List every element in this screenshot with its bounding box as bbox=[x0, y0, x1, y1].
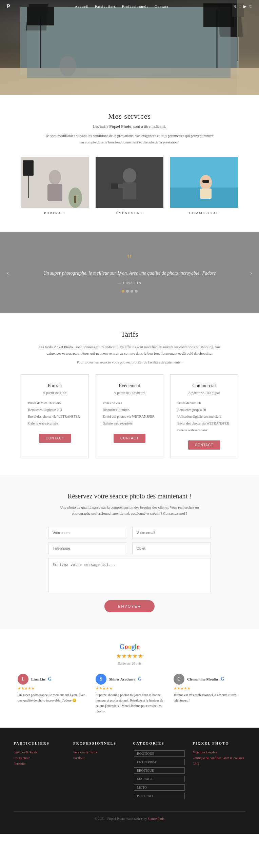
dot-2[interactable] bbox=[126, 290, 129, 293]
footer-tags: BOUTIQUE ENTREPRISE ÉROTIQUE MARIAGE MOT… bbox=[133, 750, 186, 799]
tarif-evenement-contact-btn[interactable]: CONTACT bbox=[114, 434, 146, 443]
tarif-card-portrait: Portrait A partir de 150€ Prises de vues… bbox=[21, 374, 89, 458]
review-avatar-1: L Lina Lin G bbox=[18, 674, 85, 685]
svg-rect-25 bbox=[200, 189, 212, 199]
services-subtitle: Les tarifs Piqxel Photo, sont à titre in… bbox=[20, 124, 239, 129]
tarif-portrait-features: Prises de vues 1h studio Retouches 10 ph… bbox=[28, 400, 82, 427]
reviewer-name-2: Shines Academy bbox=[109, 677, 135, 681]
payment-note: Pour toutes les séances vous pouvez prof… bbox=[14, 360, 245, 364]
tarifs-title: Tarifs bbox=[14, 330, 245, 339]
name-input[interactable] bbox=[48, 527, 127, 538]
prev-arrow[interactable]: ‹ bbox=[7, 269, 9, 276]
tarif-commercial-contact-btn[interactable]: CONTACT bbox=[188, 440, 220, 450]
footer-col-categories: CATÉGORIES BOUTIQUE ENTREPRISE ÉROTIQUE … bbox=[133, 741, 186, 801]
footer-col-professionnels: PROFESSIONNELS Services & Tarifs Portfol… bbox=[73, 741, 126, 801]
service-label-evenement: ÉVÈNEMENT bbox=[96, 211, 163, 215]
tarif-evenement-name: Évènement bbox=[103, 383, 156, 389]
tag-portrait[interactable]: PORTRAIT bbox=[134, 793, 185, 799]
booking-description: Une photo de qualité passe par la compré… bbox=[52, 504, 207, 517]
services-title: Mes services bbox=[20, 112, 239, 121]
review-stars-1: ★★★★★ bbox=[18, 686, 85, 691]
tag-moto[interactable]: MOTO bbox=[134, 784, 185, 791]
twitter-icon[interactable]: 𝕏 bbox=[233, 4, 237, 9]
review-cards-container: L Lina Lin G ★★★★★ Un super photographe,… bbox=[10, 674, 249, 714]
quote-mark: " bbox=[14, 252, 245, 266]
vimeo-icon[interactable]: ▶ bbox=[243, 4, 246, 9]
testimonial-section: ‹ " Un super photographe, le meilleur su… bbox=[0, 232, 259, 313]
tarif-evenement-features: Prises de vues Retouches illimitée Envoi… bbox=[103, 400, 156, 427]
phone-input[interactable] bbox=[48, 542, 127, 554]
tag-mariage[interactable]: MARIAGE bbox=[134, 776, 185, 782]
footer-bottom: © 2021 · Piqxel Photo made with ♥ by Sta… bbox=[14, 811, 245, 821]
nav-logo[interactable]: P bbox=[7, 3, 10, 9]
booking-form: ENVOYER bbox=[48, 527, 211, 612]
svg-rect-26 bbox=[202, 180, 209, 183]
service-card-commercial[interactable]: COMMERCIAL bbox=[170, 157, 238, 215]
facebook-icon[interactable]: f bbox=[239, 4, 241, 9]
footer: PARTICULIERS Services & Tarifs Cours pho… bbox=[0, 728, 259, 834]
google-icon-3: G bbox=[221, 676, 224, 682]
email-input[interactable] bbox=[132, 527, 211, 538]
dot-4[interactable] bbox=[135, 290, 138, 293]
next-arrow[interactable]: › bbox=[250, 269, 252, 276]
tarif-card-commercial: Commercial A partir de 1000€ par Prises … bbox=[170, 374, 238, 458]
service-card-evenement[interactable]: ÉVÈNEMENT bbox=[96, 157, 163, 215]
quote-author: — LINA LIN bbox=[14, 281, 245, 285]
nav-social: 𝕏 f ▶ © bbox=[233, 4, 252, 9]
footer-piqxel-title: PIQXEL PHOTO bbox=[193, 741, 245, 745]
services-description: Ils sont modifiables suivant les conditi… bbox=[45, 133, 214, 145]
footer-categories-title: CATÉGORIES bbox=[133, 741, 186, 745]
dot-3[interactable] bbox=[131, 290, 133, 293]
review-avatar-2: S Shines Academy G bbox=[96, 674, 163, 685]
svg-point-15 bbox=[49, 170, 61, 185]
booking-title: Réservez votre séance photo dès maintena… bbox=[20, 492, 239, 500]
footer-link-mentions[interactable]: Mentions Légales bbox=[193, 750, 245, 754]
nav-link-accueil[interactable]: Accueil bbox=[75, 4, 88, 8]
svg-rect-12 bbox=[23, 160, 34, 176]
tarif-portrait-price: A partir de 150€ bbox=[28, 391, 82, 395]
tarif-evenement-price: A partir de 80€/heure bbox=[103, 391, 156, 395]
tarif-portrait-contact-btn[interactable]: CONTACT bbox=[39, 434, 71, 443]
avatar-1: L bbox=[18, 674, 28, 685]
review-stars-3: ★★★★★ bbox=[174, 686, 241, 691]
footer-link-faq[interactable]: FAQ bbox=[193, 762, 245, 766]
footer-col-particuliers: PARTICULIERS Services & Tarifs Cours pho… bbox=[14, 741, 66, 801]
send-button[interactable]: ENVOYER bbox=[104, 600, 155, 612]
footer-link-services-tarifs-p[interactable]: Services & Tarifs bbox=[14, 750, 66, 754]
svg-rect-16 bbox=[47, 184, 62, 201]
footer-particuliers-title: PARTICULIERS bbox=[14, 741, 66, 745]
reviewer-name-1: Lina Lin bbox=[31, 677, 45, 681]
service-card-portrait[interactable]: PORTRAIT bbox=[21, 157, 89, 215]
tag-entreprise[interactable]: ENTREPRISE bbox=[134, 759, 185, 765]
footer-link-privacy[interactable]: Politique de confidentialité & cookies bbox=[193, 756, 245, 760]
review-card-3: C Clémentine Moulin G ★★★★★ Jérôme est t… bbox=[172, 674, 243, 714]
nav-links: Accueil Particuliers Professionnels Cont… bbox=[75, 4, 168, 8]
footer-link-cours-photo[interactable]: Cours photo bbox=[14, 756, 66, 760]
service-img-evenement bbox=[96, 157, 163, 208]
reviews-section: Google ★★★★★ Basée sur 20 avis L Lina Li… bbox=[0, 629, 259, 728]
footer-link-services-tarifs-pro[interactable]: Services & Tarifs bbox=[73, 750, 126, 754]
service-img-portrait bbox=[21, 157, 89, 208]
message-input[interactable] bbox=[48, 558, 211, 592]
nav-link-particuliers[interactable]: Particuliers bbox=[95, 4, 116, 8]
review-text-1: Un super photographe, le meilleur sur Ly… bbox=[18, 692, 85, 703]
subject-input[interactable] bbox=[132, 542, 211, 554]
nav-link-professionnels[interactable]: Professionnels bbox=[122, 4, 148, 8]
tag-erotique[interactable]: ÉROTIQUE bbox=[134, 767, 185, 774]
services-section: Mes services Les tarifs Piqxel Photo, so… bbox=[0, 95, 259, 232]
dot-1[interactable] bbox=[122, 290, 124, 293]
footer-link-portfolio-pro[interactable]: Portfolio bbox=[73, 756, 126, 760]
tag-boutique[interactable]: BOUTIQUE bbox=[134, 750, 185, 757]
service-label-commercial: COMMERCIAL bbox=[170, 211, 238, 215]
review-avatar-3: C Clémentine Moulin G bbox=[174, 674, 241, 685]
nav-link-contact[interactable]: Contact bbox=[155, 4, 168, 8]
footer-copyright: © 2021 · Piqxel Photo made with ♥ by bbox=[95, 817, 148, 821]
overall-stars: ★★★★★ bbox=[10, 652, 249, 660]
footer-stance-link[interactable]: Stance Paris bbox=[148, 817, 164, 821]
footer-link-portfolio-p[interactable]: Portfolio bbox=[14, 762, 66, 766]
review-card-2: S Shines Academy G ★★★★★ Superbe shootin… bbox=[94, 674, 165, 714]
service-label-portrait: PORTRAIT bbox=[21, 211, 89, 215]
service-cards-container: PORTRAIT ÉVÈNEMENT bbox=[20, 157, 239, 215]
footer-professionnels-title: PROFESSIONNELS bbox=[73, 741, 126, 745]
tarifs-description: Les tarifs Piqxel Photo , sont données à… bbox=[35, 344, 224, 356]
